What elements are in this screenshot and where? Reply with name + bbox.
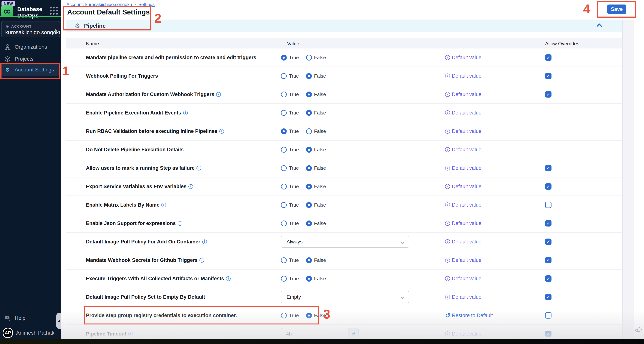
radio-option-false[interactable]: False bbox=[306, 165, 326, 171]
sidebar-collapse-handle[interactable]: ◀ bbox=[56, 313, 61, 329]
column-header-value: Value bbox=[287, 41, 299, 47]
allow-overrides-checkbox[interactable]: ✓ bbox=[545, 73, 552, 79]
account-selector[interactable]: ◈ ACCOUNT kurosakiichigo.songoku › bbox=[1, 21, 60, 37]
radio-option-true[interactable]: True bbox=[281, 276, 299, 282]
gear-icon: ⚙ bbox=[4, 67, 11, 73]
allow-overrides-checkbox[interactable]: ✓ bbox=[545, 294, 552, 300]
info-icon[interactable]: i bbox=[162, 203, 166, 207]
scrollbar[interactable] bbox=[622, 20, 634, 339]
default-value-link[interactable]: iDefault value bbox=[445, 110, 482, 116]
radio-option-true[interactable]: True bbox=[281, 110, 299, 116]
radio-option-false[interactable]: False bbox=[306, 313, 326, 318]
info-icon[interactable]: i bbox=[200, 258, 204, 263]
default-value-link[interactable]: iDefault value bbox=[445, 202, 482, 208]
chevron-up-icon[interactable] bbox=[596, 23, 602, 28]
allow-overrides-checkbox[interactable]: ✓ bbox=[545, 331, 552, 337]
default-value-link[interactable]: iDefault value bbox=[445, 294, 482, 300]
info-icon[interactable]: i bbox=[188, 184, 193, 189]
app-launcher-icon[interactable] bbox=[50, 7, 58, 15]
radio-option-false[interactable]: False bbox=[306, 147, 326, 153]
allow-overrides-checkbox[interactable]: ✓ bbox=[545, 239, 552, 245]
radio-label: True bbox=[289, 110, 299, 116]
allow-overrides-checkbox[interactable]: ✓ bbox=[545, 220, 552, 227]
info-icon: i bbox=[445, 239, 450, 244]
info-icon[interactable]: i bbox=[216, 92, 221, 97]
sidebar-item-projects[interactable]: Projects bbox=[0, 53, 61, 65]
setting-value-cell: TrueFalse bbox=[281, 122, 333, 140]
timeout-input[interactable]: 4h bbox=[281, 328, 348, 340]
radio-option-true[interactable]: True bbox=[281, 313, 299, 318]
allow-overrides-checkbox[interactable] bbox=[545, 202, 552, 208]
value-dropdown[interactable]: Empty bbox=[281, 291, 409, 303]
pin-icon[interactable] bbox=[348, 328, 358, 340]
radio-option-true[interactable]: True bbox=[281, 147, 299, 153]
default-value-link[interactable]: iDefault value bbox=[445, 184, 482, 190]
allow-overrides-checkbox[interactable] bbox=[545, 312, 552, 319]
value-dropdown[interactable]: Always bbox=[281, 236, 409, 248]
save-button[interactable]: Save bbox=[607, 5, 626, 14]
info-icon: i bbox=[445, 92, 450, 97]
default-value-link[interactable]: iDefault value bbox=[445, 276, 482, 282]
radio-option-true[interactable]: True bbox=[281, 257, 299, 263]
radio-option-true[interactable]: True bbox=[281, 165, 299, 171]
allow-overrides-checkbox[interactable]: ✓ bbox=[545, 275, 552, 282]
radio-option-true[interactable]: True bbox=[281, 73, 299, 79]
info-icon[interactable]: i bbox=[183, 110, 188, 115]
radio-option-false[interactable]: False bbox=[306, 221, 326, 226]
info-icon[interactable]: i bbox=[178, 221, 182, 226]
radio-option-false[interactable]: False bbox=[306, 184, 326, 190]
allow-overrides-checkbox[interactable]: ✓ bbox=[545, 91, 552, 98]
radio-option-false[interactable]: False bbox=[306, 257, 326, 263]
radio-option-true[interactable]: True bbox=[281, 202, 299, 208]
allow-overrides-checkbox[interactable]: ✓ bbox=[545, 257, 552, 263]
info-icon[interactable]: i bbox=[128, 331, 133, 336]
default-value-link[interactable]: iDefault value bbox=[445, 55, 482, 61]
breadcrumb-account-link[interactable]: Account: kurosakiichigo.songoku bbox=[66, 2, 132, 7]
feedback-chat-icon[interactable] bbox=[635, 326, 643, 334]
radio-option-true[interactable]: True bbox=[281, 55, 299, 61]
restore-to-default-link[interactable]: ↺Restore to Default bbox=[445, 312, 493, 319]
allow-overrides-checkbox[interactable]: ✓ bbox=[545, 165, 552, 171]
default-value-link[interactable]: iDefault value bbox=[445, 331, 482, 337]
info-icon[interactable]: i bbox=[196, 166, 201, 170]
radio-label: True bbox=[289, 257, 299, 263]
radio-option-false[interactable]: False bbox=[306, 73, 326, 79]
radio-label: True bbox=[289, 92, 299, 97]
radio-option-true[interactable]: True bbox=[281, 128, 299, 134]
radio-option-true[interactable]: True bbox=[281, 184, 299, 190]
info-icon[interactable]: i bbox=[202, 240, 207, 244]
info-icon[interactable]: i bbox=[226, 276, 230, 281]
allow-overrides-checkbox[interactable]: ✓ bbox=[545, 54, 552, 61]
radio-option-true[interactable]: True bbox=[281, 92, 299, 97]
sidebar-item-account-settings[interactable]: ⚙ Account Settings bbox=[1, 64, 60, 76]
radio-option-true[interactable]: True bbox=[281, 221, 299, 226]
organizations-icon bbox=[4, 44, 11, 50]
info-icon[interactable]: i bbox=[219, 129, 224, 134]
default-value-link[interactable]: iDefault value bbox=[445, 221, 482, 226]
help-button[interactable]: ? Help bbox=[0, 312, 61, 324]
setting-name-label: Mandate pipeline create and edit permiss… bbox=[86, 55, 256, 61]
radio-false-icon bbox=[306, 313, 312, 318]
pipeline-section-header[interactable]: ⚙ Pipeline bbox=[66, 20, 622, 32]
default-value-link[interactable]: iDefault value bbox=[445, 147, 482, 153]
radio-option-false[interactable]: False bbox=[306, 55, 326, 61]
allow-overrides-checkbox[interactable]: ✓ bbox=[545, 183, 552, 190]
setting-value-cell: TrueFalse bbox=[281, 67, 333, 85]
default-value-link[interactable]: iDefault value bbox=[445, 73, 482, 79]
radio-option-false[interactable]: False bbox=[306, 128, 326, 134]
default-value-link[interactable]: iDefault value bbox=[445, 165, 482, 171]
user-profile[interactable]: AP Animesh Pathak bbox=[0, 327, 61, 339]
radio-option-false[interactable]: False bbox=[306, 276, 326, 282]
radio-option-false[interactable]: False bbox=[306, 92, 326, 97]
default-value-link[interactable]: iDefault value bbox=[445, 239, 482, 245]
settings-rows: Mandate pipeline create and edit permiss… bbox=[66, 49, 622, 343]
harness-db-devops-logo-icon: ∞ bbox=[1, 5, 13, 17]
sidebar-item-organizations[interactable]: Organizations bbox=[0, 41, 61, 53]
setting-value-cell: TrueFalse bbox=[281, 306, 333, 324]
radio-option-false[interactable]: False bbox=[306, 110, 326, 116]
default-value-link[interactable]: iDefault value bbox=[445, 92, 482, 97]
breadcrumb-settings-link[interactable]: Settings bbox=[138, 2, 154, 7]
radio-option-false[interactable]: False bbox=[306, 202, 326, 208]
default-value-link[interactable]: iDefault value bbox=[445, 128, 482, 134]
default-value-link[interactable]: iDefault value bbox=[445, 257, 482, 263]
